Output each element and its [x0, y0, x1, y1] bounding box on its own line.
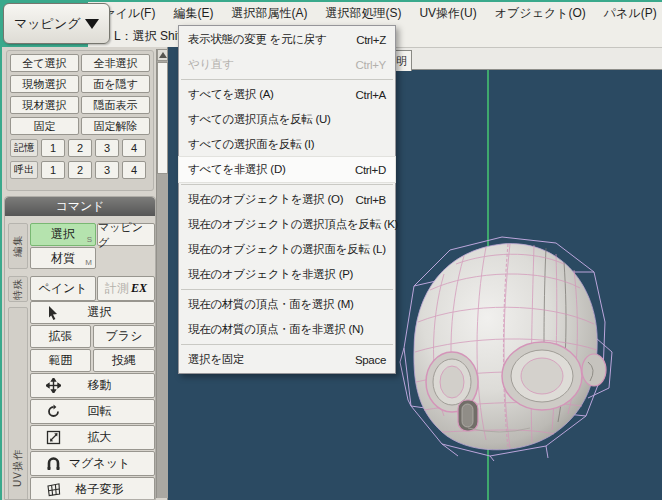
uv-expand-button[interactable]: 拡張 — [30, 325, 91, 348]
lattice-icon — [45, 482, 61, 497]
rotate-icon — [45, 404, 61, 419]
menu-panel[interactable]: パネル(P) — [601, 3, 660, 24]
group-tab-special: 特殊 — [8, 276, 28, 302]
selection-button-group: 全て選択 全非選択 現物選択 面を隠す 現材選択 隠面表示 固定 固定解除 記憶… — [6, 50, 154, 191]
model-3d-head — [398, 230, 614, 462]
select-current-material-button[interactable]: 現材選択 — [10, 96, 79, 114]
memory-slot-3[interactable]: 3 — [95, 139, 119, 157]
mouth — [458, 400, 478, 431]
menu-item-select-current-object[interactable]: 現在のオブジェクトを選択 (O)Ctrl+B — [179, 187, 395, 212]
menu-item-select-current-material[interactable]: 現在の材質の頂点・面を選択 (M) — [179, 292, 395, 317]
menu-item-invert-all-faces[interactable]: すべての選択面を反転 (I) — [179, 132, 395, 157]
recall-slot-1[interactable]: 1 — [41, 161, 65, 179]
recall-slot-3[interactable]: 3 — [95, 161, 119, 179]
menu-item-deselect-all[interactable]: すべてを非選択 (D)Ctrl+D — [179, 157, 395, 182]
memory-slot-1[interactable]: 1 — [41, 139, 65, 157]
metasequoia-mapping-window: 明 全て選択 全非選択 現物選択 面を隠す 現材選択 隠面表示 固定 固定解除 … — [0, 0, 662, 500]
scale-icon — [45, 430, 61, 445]
uv-lasso-button[interactable]: 投縄 — [93, 349, 155, 372]
recall-label-button[interactable]: 呼出 — [10, 161, 38, 179]
uv-lattice-button[interactable]: 格子変形 — [30, 477, 155, 500]
menu-item-invert-current-object-faces[interactable]: 現在のオブジェクトの選択面を反転 (L) — [179, 237, 395, 262]
viewport-header-strip: 明 — [378, 47, 662, 70]
menu-selection-attribute[interactable]: 選択部属性(A) — [228, 3, 310, 24]
scroll-up-arrow-icon — [159, 52, 167, 58]
window-border-top — [0, 0, 662, 2]
menu-item-deselect-current-object[interactable]: 現在のオブジェクトを非選択 (P) — [179, 262, 395, 287]
menu-edit[interactable]: 編集(E) — [170, 3, 216, 24]
select-current-object-button[interactable]: 現物選択 — [10, 75, 79, 93]
mode-selector-button[interactable]: マッピング — [3, 3, 110, 44]
window-border-left — [0, 0, 2, 500]
command-paint-button[interactable]: ペイント — [30, 276, 96, 301]
uv-select-button[interactable]: 選択 — [30, 301, 155, 324]
sidebar-scrollbar[interactable] — [156, 49, 168, 498]
menubar: ファイル(F) 編集(E) 選択部属性(A) 選択部処理(S) UV操作(U) … — [86, 2, 662, 25]
menu-separator — [181, 344, 393, 345]
menu-uv-operation[interactable]: UV操作(U) — [416, 3, 479, 24]
uv-brush-button[interactable]: ブラシ — [93, 325, 155, 348]
menu-item-invert-current-object-vertices[interactable]: 現在のオブジェクトの選択頂点を反転 (K) — [179, 212, 395, 237]
deselect-all-button[interactable]: 全非選択 — [81, 54, 150, 72]
uv-magnet-button[interactable]: マグネット — [30, 451, 155, 476]
menu-item-deselect-current-material[interactable]: 現在の材質の頂点・面を非選択 (N) — [179, 317, 395, 342]
menu-item-select-all[interactable]: すべてを選択 (A)Ctrl+A — [179, 82, 395, 107]
menu-item-lock-selection[interactable]: 選択を固定Space — [179, 347, 395, 372]
uv-range-button[interactable]: 範囲 — [30, 349, 91, 372]
scrollbar-up-button[interactable] — [157, 49, 168, 61]
edit-dropdown-menu: 表示状態の変更 を元に戻すCtrl+Z やり直すCtrl+Y すべてを選択 (A… — [178, 25, 396, 374]
menu-separator — [181, 184, 393, 185]
command-material-button[interactable]: 材質 M — [30, 247, 96, 269]
menu-separator — [181, 79, 393, 80]
command-panel-title: コマンド — [5, 197, 155, 216]
uv-scale-button[interactable]: 拡大 — [30, 425, 155, 450]
uv-move-button[interactable]: 移動 — [30, 373, 155, 398]
menu-item-undo[interactable]: 表示状態の変更 を元に戻すCtrl+Z — [179, 27, 395, 52]
uv-rotate-button[interactable]: 回転 — [30, 399, 155, 424]
menu-separator — [181, 289, 393, 290]
magnet-icon — [45, 456, 61, 471]
command-panel: コマンド 編集 選択 S マッピング 材質 M 特殊 ペイント 計測 EX UV… — [4, 196, 156, 500]
group-tab-uv-operation: UV操作 — [8, 307, 28, 500]
ear — [582, 354, 606, 386]
dropdown-arrow-icon — [85, 19, 99, 29]
command-measure-ex-button[interactable]: 計測 EX — [97, 276, 155, 301]
lock-button[interactable]: 固定 — [10, 117, 79, 135]
command-select-button[interactable]: 選択 S — [30, 223, 96, 246]
group-tab-edit: 編集 — [8, 223, 28, 269]
recall-slot-4[interactable]: 4 — [122, 161, 146, 179]
left-panel: 全て選択 全非選択 現物選択 面を隠す 現材選択 隠面表示 固定 固定解除 記憶… — [2, 47, 168, 500]
recall-slot-2[interactable]: 2 — [68, 161, 92, 179]
move-icon — [45, 378, 61, 393]
menu-item-redo[interactable]: やり直すCtrl+Y — [179, 52, 395, 77]
menu-selection-process[interactable]: 選択部処理(S) — [322, 3, 404, 24]
cursor-icon — [45, 306, 61, 320]
memory-slot-4[interactable]: 4 — [122, 139, 146, 157]
unlock-button[interactable]: 固定解除 — [81, 117, 150, 135]
menu-object[interactable]: オブジェクト(O) — [492, 3, 589, 24]
show-hidden-faces-button[interactable]: 隠面表示 — [81, 96, 150, 114]
scrollbar-thumb[interactable] — [157, 62, 168, 174]
menu-item-invert-all-vertices[interactable]: すべての選択頂点を反転 (U) — [179, 107, 395, 132]
command-mapping-button[interactable]: マッピング — [97, 223, 155, 246]
memory-label-button[interactable]: 記憶 — [10, 139, 38, 157]
memory-slot-2[interactable]: 2 — [68, 139, 92, 157]
select-all-button[interactable]: 全て選択 — [10, 54, 79, 72]
hide-faces-button[interactable]: 面を隠す — [81, 75, 150, 93]
